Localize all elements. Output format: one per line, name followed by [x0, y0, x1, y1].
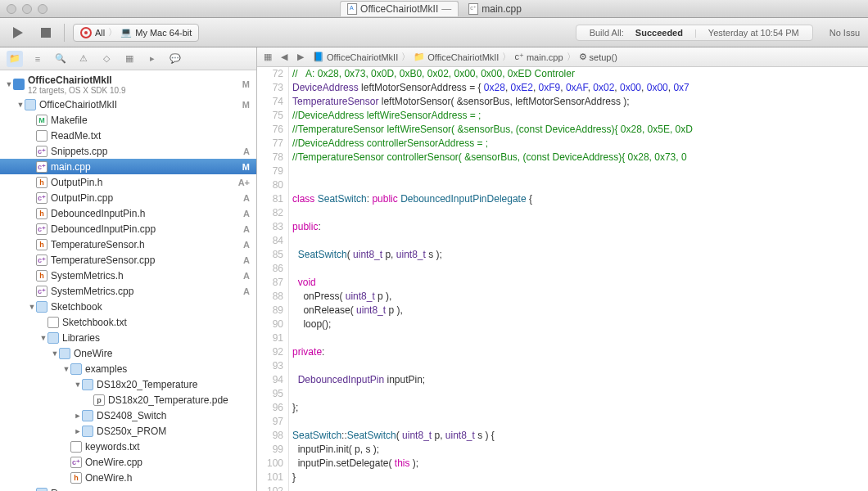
symbol-navigator-icon[interactable]: ≡: [29, 51, 46, 67]
navigator-tabs: 📁 ≡ 🔍 ⚠ ◇ ▦ ▸ 💬: [0, 47, 256, 70]
stop-button[interactable]: [36, 23, 56, 43]
tree-row[interactable]: pDS18x20_Temperature.pde: [0, 392, 256, 408]
run-button[interactable]: [8, 23, 28, 43]
cpp-icon: c⁺: [36, 146, 47, 157]
scm-badge: A: [233, 255, 250, 265]
disclosure-open-icon[interactable]: ▼: [28, 303, 36, 311]
chevron-right-icon: 〉: [567, 51, 576, 63]
title-tab-file[interactable]: main.cpp: [462, 2, 528, 16]
project-doc-icon: [347, 3, 357, 15]
tree-row[interactable]: ▼examples: [0, 361, 256, 376]
title-tab-project[interactable]: OfficeChairiotMkII —: [340, 1, 459, 16]
tree-row[interactable]: c⁺SystemMetrics.cppA: [0, 283, 256, 299]
tree-row[interactable]: hSystemMetrics.hA: [0, 268, 256, 283]
tree-row[interactable]: hTemperatureSensor.hA: [0, 236, 256, 252]
zoom-icon[interactable]: [38, 4, 47, 14]
cpp-icon: c⁺: [36, 255, 47, 266]
tree-row[interactable]: c⁺Snippets.cppA: [0, 143, 256, 159]
tree-row[interactable]: ►DS250x_PROM: [0, 423, 256, 439]
test-navigator-icon[interactable]: ◇: [98, 51, 115, 67]
tree-row[interactable]: ▼OneWire: [0, 345, 256, 361]
folder-icon: [70, 363, 82, 375]
svg-marker-0: [13, 27, 23, 38]
issue-navigator-icon[interactable]: ⚠: [75, 51, 92, 67]
tree-row[interactable]: ►DS2408_Switch: [0, 408, 256, 423]
tree-row[interactable]: c⁺OutputPin.cppA: [0, 190, 256, 205]
tree-label: DS2408_Switch: [97, 410, 233, 421]
scheme-selector[interactable]: All 〉 💻 My Mac 64-bit: [73, 24, 199, 42]
disclosure-open-icon[interactable]: ▼: [62, 365, 70, 373]
tree-row[interactable]: Sketchbook.txt: [0, 314, 256, 330]
folder-icon: [59, 348, 70, 359]
tree-row[interactable]: ▼Libraries: [0, 330, 256, 345]
disclosure-closed-icon[interactable]: ►: [74, 412, 82, 420]
code-content[interactable]: // A: 0x28, 0x73, 0x0D, 0xB0, 0x02, 0x00…: [289, 67, 868, 491]
tree-row[interactable]: ▼Sketchbook: [0, 299, 256, 314]
tree-row[interactable]: hDebouncedInputPin.hA: [0, 205, 256, 221]
mac-icon: 💻: [120, 27, 132, 38]
svg-rect-1: [41, 28, 51, 38]
tree-row[interactable]: ►Resources: [0, 485, 256, 491]
h-icon: h: [70, 472, 82, 484]
traffic-lights: [0, 4, 47, 14]
target-icon: [80, 27, 92, 38]
disclosure-open-icon[interactable]: ▼: [16, 101, 25, 109]
forward-button[interactable]: ▶: [293, 51, 308, 64]
activity-viewer[interactable]: Build All: Succeeded | Yesterday at 10:5…: [576, 25, 813, 41]
jump-label: OfficeChairiotMkII: [327, 52, 398, 62]
jump-segment[interactable]: 📁OfficeChairiotMkII: [410, 52, 502, 62]
find-navigator-icon[interactable]: 🔍: [52, 51, 69, 67]
toolbar-divider: [64, 24, 65, 42]
tree-label: TemperatureSensor.h: [51, 239, 233, 250]
tree-row[interactable]: ▼OfficeChairiotMkII12 targets, OS X SDK …: [0, 72, 256, 97]
jump-bar[interactable]: ▦ ◀ ▶ 📘OfficeChairiotMkII〉📁OfficeChairio…: [257, 47, 868, 67]
disclosure-open-icon[interactable]: ▼: [39, 334, 47, 342]
title-tabs: OfficeChairiotMkII — main.cpp: [340, 1, 528, 16]
tree-row[interactable]: ▼OfficeChairiotMkIIM: [0, 97, 256, 112]
cpp-icon: c⁺: [36, 223, 47, 235]
tree-row[interactable]: hOneWire.h: [0, 470, 256, 485]
project-tree[interactable]: ▼OfficeChairiotMkII12 targets, OS X SDK …: [0, 70, 256, 491]
log-navigator-icon[interactable]: 💬: [167, 51, 183, 67]
scm-badge: A: [233, 286, 250, 296]
back-button[interactable]: ◀: [277, 51, 292, 64]
tree-row[interactable]: ▼DS18x20_Temperature: [0, 376, 256, 392]
cpp-icon: c⁺: [36, 161, 47, 173]
folder-icon: [82, 426, 93, 437]
related-items-icon[interactable]: ▦: [260, 51, 275, 64]
tree-row[interactable]: keywords.txt: [0, 439, 256, 454]
generic-icon: p: [93, 394, 105, 406]
jump-segment[interactable]: 📘OfficeChairiotMkII: [310, 52, 401, 62]
jump-segment[interactable]: ⚙setup(): [576, 52, 621, 62]
cpp-doc-icon: [468, 3, 478, 15]
tree-row[interactable]: c⁺main.cppM: [0, 159, 256, 174]
tree-row[interactable]: ReadMe.txt: [0, 128, 256, 143]
close-icon[interactable]: [7, 4, 16, 14]
tree-label: SystemMetrics.h: [51, 270, 233, 282]
tree-row[interactable]: hOutputPin.hA+: [0, 174, 256, 190]
scm-badge: A: [233, 146, 250, 156]
build-prefix: Build All:: [590, 28, 624, 38]
jump-segment[interactable]: c⁺main.cpp: [511, 52, 566, 62]
disclosure-open-icon[interactable]: ▼: [51, 349, 59, 358]
tree-row[interactable]: c⁺TemperatureSensor.cppA: [0, 252, 256, 268]
folder-icon: [36, 301, 47, 313]
disclosure-closed-icon[interactable]: ►: [74, 427, 82, 435]
minimize-icon[interactable]: [22, 4, 32, 14]
fn-icon: ⚙: [579, 52, 587, 62]
folder-icon: [25, 99, 36, 110]
tree-row[interactable]: MMakefile: [0, 112, 256, 128]
disclosure-open-icon[interactable]: ▼: [5, 80, 13, 88]
project-navigator-icon[interactable]: 📁: [7, 51, 23, 67]
scm-badge: A: [233, 271, 250, 281]
code-editor[interactable]: 7273747576777879808182838485868788899091…: [257, 67, 868, 491]
cpp-icon: c⁺: [514, 52, 524, 62]
tree-row[interactable]: c⁺DebouncedInputPin.cppA: [0, 221, 256, 236]
disclosure-open-icon[interactable]: ▼: [74, 381, 82, 389]
txt-icon: [70, 441, 82, 453]
chevron-right-icon: 〉: [502, 51, 511, 63]
debug-navigator-icon[interactable]: ▦: [121, 51, 138, 67]
build-status: Succeeded: [635, 28, 683, 38]
breakpoint-navigator-icon[interactable]: ▸: [144, 51, 160, 67]
tree-row[interactable]: c⁺OneWire.cpp: [0, 454, 256, 470]
